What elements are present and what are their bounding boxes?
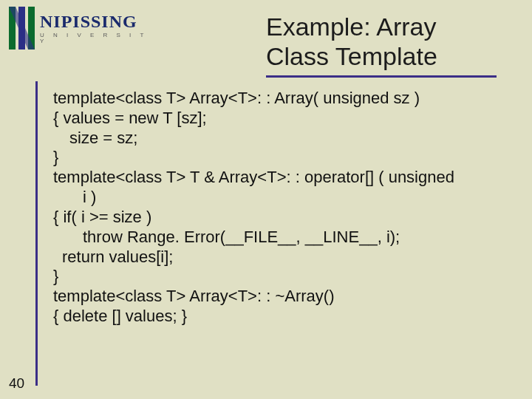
logo-name: NIPISSING <box>40 13 157 30</box>
title-underline <box>266 75 497 78</box>
code-line: { if( i >= size ) <box>53 208 151 226</box>
code-line: i ) <box>53 188 511 208</box>
university-logo: NIPISSING U N I V E R S I T Y <box>9 4 157 52</box>
code-line: } <box>53 267 58 285</box>
code-line: size = sz; <box>53 129 511 149</box>
title-line-1: Example: Array <box>266 13 437 41</box>
code-line: { values = new T [sz]; <box>53 109 207 127</box>
page-number: 40 <box>9 375 24 392</box>
side-rule <box>35 81 38 386</box>
code-line: throw Range. Error(__FILE__, __LINE__, i… <box>53 228 511 248</box>
code-line: { delete [] values; } <box>53 307 187 325</box>
code-line: template<class T> Array<T>: : ~Array() <box>53 287 334 305</box>
code-line: return values[i]; <box>53 248 511 267</box>
logo-mark-icon <box>9 7 35 50</box>
logo-text: NIPISSING U N I V E R S I T Y <box>40 13 157 44</box>
code-line: template<class T> Array<T>: : Array( uns… <box>53 89 420 107</box>
slide-body: template<class T> Array<T>: : Array( uns… <box>53 89 511 327</box>
code-line: template<class T> T & Array<T>: : operat… <box>53 168 454 186</box>
code-line: } <box>53 148 58 166</box>
logo-subtitle: U N I V E R S I T Y <box>40 33 157 44</box>
title-line-2: Class Template <box>266 42 437 70</box>
slide-title: Example: Array Class Template <box>266 12 517 71</box>
